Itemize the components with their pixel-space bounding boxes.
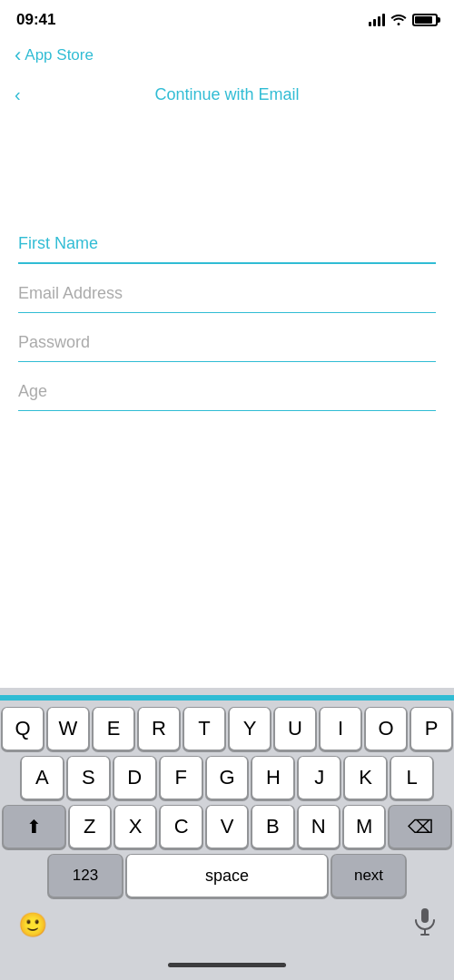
field-spacer-1	[18, 264, 436, 273]
field-spacer-2	[18, 313, 436, 322]
key-h[interactable]: H	[252, 757, 293, 799]
shift-key[interactable]: ⬆	[4, 806, 64, 848]
key-m[interactable]: M	[344, 806, 384, 848]
key-u[interactable]: U	[275, 708, 315, 750]
home-bar	[168, 963, 286, 967]
key-o[interactable]: O	[366, 708, 406, 750]
battery-icon	[412, 14, 438, 26]
keyboard-row-4: 123 space next	[0, 855, 454, 897]
key-a[interactable]: A	[22, 757, 63, 799]
signal-icon	[369, 14, 385, 26]
key-q[interactable]: Q	[3, 708, 43, 750]
space-key[interactable]: space	[127, 855, 327, 897]
first-name-field[interactable]	[18, 223, 436, 264]
key-d[interactable]: D	[114, 757, 155, 799]
form-content	[0, 114, 454, 411]
home-indicator	[0, 949, 454, 980]
svg-rect-0	[421, 908, 429, 923]
page-title: Continue with Email	[154, 85, 299, 104]
back-button[interactable]: ‹	[15, 85, 21, 103]
next-key[interactable]: next	[332, 855, 405, 897]
key-z[interactable]: Z	[70, 806, 110, 848]
first-name-input[interactable]	[18, 223, 436, 264]
mic-icon	[414, 915, 436, 942]
key-s[interactable]: S	[68, 757, 109, 799]
key-i[interactable]: I	[321, 708, 360, 750]
keyboard-accent-bar	[0, 695, 454, 701]
status-bar: 09:41	[0, 0, 454, 40]
key-x[interactable]: X	[115, 806, 155, 848]
age-field[interactable]	[18, 371, 436, 411]
emoji-icon: 🙂	[18, 911, 47, 938]
age-input[interactable]	[18, 371, 436, 411]
key-b[interactable]: B	[252, 806, 292, 848]
key-p[interactable]: P	[411, 708, 451, 750]
app-store-label: App Store	[25, 46, 94, 64]
emoji-button[interactable]: 🙂	[15, 907, 51, 943]
shift-icon: ⬆	[26, 816, 42, 838]
key-e[interactable]: E	[94, 708, 133, 750]
key-n[interactable]: N	[299, 806, 339, 848]
key-t[interactable]: T	[184, 708, 224, 750]
backspace-icon: ⌫	[408, 816, 433, 838]
key-y[interactable]: Y	[230, 708, 270, 750]
key-r[interactable]: R	[139, 708, 179, 750]
backspace-key[interactable]: ⌫	[390, 806, 450, 848]
keyboard-row-1: Q W E R T Y U I O P	[0, 708, 454, 750]
status-icons	[369, 13, 438, 28]
key-c[interactable]: C	[161, 806, 201, 848]
key-l[interactable]: L	[391, 757, 432, 799]
key-f[interactable]: F	[161, 757, 202, 799]
key-g[interactable]: G	[207, 757, 248, 799]
email-field[interactable]	[18, 273, 436, 313]
app-store-back-chevron: ‹	[15, 44, 21, 67]
nav-bar: ‹ Continue with Email	[0, 74, 454, 114]
top-spacer	[18, 114, 436, 223]
key-k[interactable]: K	[345, 757, 386, 799]
password-input[interactable]	[18, 322, 436, 362]
keyboard-row-3: ⬆ Z X C V B N M ⌫	[0, 806, 454, 848]
keyboard-row-2: A S D F G H J K L	[0, 757, 454, 799]
wifi-icon	[390, 13, 407, 28]
status-time: 09:41	[16, 11, 55, 29]
password-field[interactable]	[18, 322, 436, 362]
field-spacer-3	[18, 362, 436, 371]
email-input[interactable]	[18, 273, 436, 313]
app-store-nav: ‹ App Store	[0, 40, 454, 74]
num-key[interactable]: 123	[49, 855, 122, 897]
back-chevron-icon: ‹	[15, 85, 21, 103]
mic-button[interactable]	[410, 904, 439, 946]
key-j[interactable]: J	[299, 757, 340, 799]
keyboard-bottom-row: 🙂	[0, 904, 454, 949]
key-w[interactable]: W	[48, 708, 88, 750]
key-v[interactable]: V	[207, 806, 247, 848]
keyboard: Q W E R T Y U I O P A S D F G H J K L ⬆ …	[0, 688, 454, 980]
